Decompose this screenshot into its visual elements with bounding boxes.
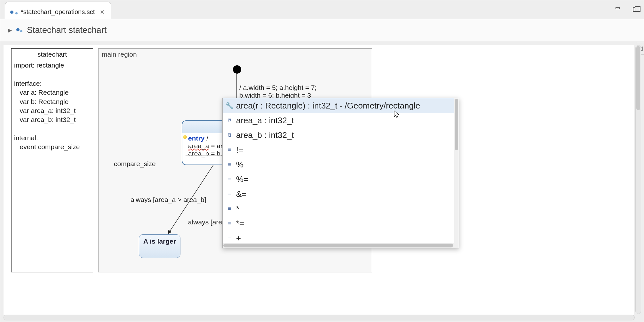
scrollbar-thumb[interactable] bbox=[223, 244, 453, 247]
operator-icon: ≡ bbox=[226, 221, 233, 226]
tab-title: *statechart_operations.sct bbox=[21, 8, 95, 16]
tab-bar: *statechart_operations.sct ✕ bbox=[0, 0, 644, 19]
close-tab-icon[interactable]: ✕ bbox=[100, 9, 105, 16]
function-icon: 🔧 bbox=[226, 102, 233, 109]
scrollbar-thumb[interactable] bbox=[636, 46, 640, 110]
breadcrumb[interactable]: ▶ Statechart statechart bbox=[0, 19, 644, 41]
content-assist-popup[interactable]: 🔧 area(r : Rectangle) : int32_t - /Geome… bbox=[222, 98, 459, 248]
quickfix-bulb-icon[interactable] bbox=[183, 135, 187, 139]
init-transition-action[interactable]: / a.width = 5; a.height = 7; b.width = 6… bbox=[239, 84, 317, 99]
canvas-vertical-scrollbar[interactable] bbox=[635, 45, 641, 314]
operator-icon: ≡ bbox=[226, 206, 233, 212]
content-assist-item[interactable]: ≡ *= bbox=[223, 216, 454, 231]
minimize-button[interactable] bbox=[616, 7, 620, 9]
definition-section[interactable]: statechart import: rectangle interface: … bbox=[11, 48, 93, 272]
maximize-button[interactable] bbox=[633, 7, 637, 12]
canvas-horizontal-scrollbar[interactable] bbox=[4, 315, 635, 320]
statechart-file-icon bbox=[15, 12, 18, 14]
transition-label-always-a[interactable]: always [area_a > area_b] bbox=[131, 196, 206, 204]
content-assist-item[interactable]: ≡ &= bbox=[223, 187, 454, 201]
window-buttons bbox=[616, 7, 637, 12]
operator-icon: ≡ bbox=[226, 162, 233, 167]
scrollbar-thumb[interactable] bbox=[455, 99, 458, 150]
content-assist-item[interactable]: ⧉ area_b : int32_t bbox=[223, 128, 454, 142]
statechart-file-icon bbox=[10, 11, 13, 14]
transition-label-always-b[interactable]: always [are bbox=[188, 218, 222, 226]
statechart-icon bbox=[16, 28, 22, 32]
initial-state[interactable] bbox=[233, 65, 241, 74]
popup-horizontal-scrollbar[interactable] bbox=[223, 243, 459, 248]
variable-icon: ⧉ bbox=[226, 132, 233, 138]
content-assist-item[interactable]: ≡ != bbox=[223, 142, 454, 157]
content-assist-list[interactable]: 🔧 area(r : Rectangle) : int32_t - /Geome… bbox=[223, 98, 454, 243]
content-assist-item[interactable]: ≡ %= bbox=[223, 172, 454, 187]
definition-title: statechart bbox=[12, 49, 93, 61]
definition-body[interactable]: import: rectangle interface: var a: Rect… bbox=[12, 61, 93, 151]
expand-icon[interactable]: ▶ bbox=[8, 27, 12, 33]
region-label: main region bbox=[102, 51, 137, 58]
content-assist-item[interactable]: ≡ + bbox=[223, 231, 454, 243]
editor-window: *statechart_operations.sct ✕ ▶ Statechar… bbox=[0, 0, 644, 322]
content-assist-item[interactable]: ⧉ area_a : int32_t bbox=[223, 113, 454, 128]
operator-icon: ≡ bbox=[226, 147, 233, 153]
transition-label-compare-size[interactable]: compare_size bbox=[114, 160, 156, 168]
variable-icon: ⧉ bbox=[226, 117, 233, 123]
content-assist-item[interactable]: 🔧 area(r : Rectangle) : int32_t - /Geome… bbox=[223, 98, 454, 113]
editor-tab[interactable]: *statechart_operations.sct ✕ bbox=[5, 2, 111, 19]
operator-icon: ≡ bbox=[226, 235, 233, 241]
state-a-is-larger[interactable]: A is larger bbox=[139, 234, 180, 258]
breadcrumb-label: Statechart statechart bbox=[27, 25, 107, 35]
popup-vertical-scrollbar[interactable] bbox=[454, 98, 459, 243]
operator-icon: ≡ bbox=[226, 176, 233, 182]
operator-icon: ≡ bbox=[226, 191, 233, 197]
content-assist-item[interactable]: ≡ * bbox=[223, 201, 454, 216]
content-assist-item[interactable]: ≡ % bbox=[223, 157, 454, 172]
